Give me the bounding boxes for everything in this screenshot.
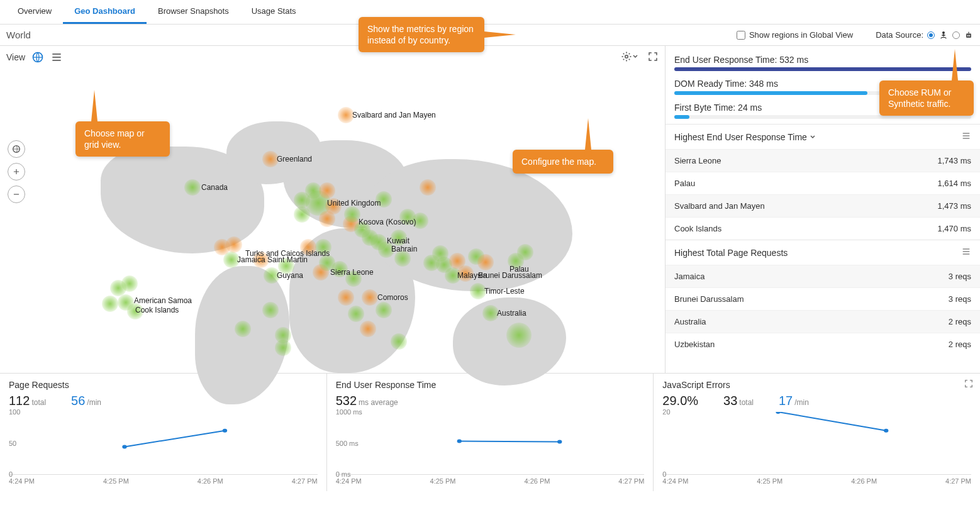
geo-marker[interactable] [360, 321, 376, 337]
tab-browser-snapshots[interactable]: Browser Snapshots [147, 0, 240, 24]
minus-icon [12, 190, 21, 199]
grid-view-button[interactable] [50, 51, 63, 64]
table-row[interactable]: Cook Islands1,470 ms [665, 217, 980, 240]
svg-point-9 [223, 429, 227, 433]
panel-js-errors: JavaScript Errors 29.0% 33total 17/min 2… [654, 374, 980, 491]
geo-label: Jamaica [237, 255, 265, 264]
fullscreen-map-button[interactable] [647, 51, 659, 62]
geo-marker[interactable] [477, 254, 494, 270]
x-axis: 4:24 PM 4:25 PM 4:26 PM 4:27 PM [9, 475, 318, 485]
xtick: 4:25 PM [757, 477, 782, 485]
table-row[interactable]: Jamaica3 reqs [665, 265, 980, 287]
geo-marker[interactable] [319, 182, 335, 199]
page-requests-total: 112 [9, 394, 30, 408]
svg-point-3 [969, 35, 970, 36]
geo-label: American Samoa [134, 296, 192, 305]
geo-label: Kosova (Kosovo) [359, 218, 416, 226]
row-value: 1,743 ms [938, 156, 971, 165]
table-row[interactable]: Palau1,614 ms [665, 172, 980, 194]
data-source-synthetic-radio[interactable] [952, 31, 960, 39]
page-requests-rate-unit: /min [87, 398, 101, 407]
callout-configure: Configure the map. [513, 150, 613, 174]
row-value: 1,470 ms [938, 224, 971, 233]
zoom-out-button[interactable] [8, 186, 25, 203]
geo-marker[interactable] [391, 333, 407, 350]
geo-label: Saint Martin [267, 255, 308, 264]
geo-marker[interactable] [184, 179, 201, 196]
tab-overview[interactable]: Overview [6, 0, 63, 24]
geo-label: Guyana [277, 271, 303, 280]
map-area: View Choose map or grid view. Configure … [0, 46, 665, 373]
map-view-button[interactable] [31, 51, 44, 64]
geo-marker[interactable] [432, 245, 448, 262]
geo-marker[interactable] [420, 179, 436, 196]
geo-marker[interactable] [376, 302, 392, 318]
section-highest-requests-header[interactable]: Highest Total Page Requests [665, 240, 980, 265]
data-source-rum-radio[interactable] [927, 31, 935, 39]
svg-point-12 [776, 412, 781, 414]
tab-usage-stats[interactable]: Usage Stats [240, 0, 308, 24]
ytick: 0 ms [336, 470, 351, 478]
fullscreen-icon [964, 379, 974, 389]
geo-marker[interactable] [319, 211, 335, 227]
row-name: Brunei Darussalam [674, 294, 744, 304]
geo-marker[interactable] [121, 275, 138, 292]
geo-marker[interactable] [506, 323, 532, 348]
geo-label: Timor-Leste [484, 287, 525, 296]
table-row[interactable]: Brunei Darussalam3 reqs [665, 287, 980, 310]
geo-marker[interactable] [102, 296, 118, 312]
xtick: 4:27 PM [292, 477, 318, 485]
ytick: 100 [9, 408, 20, 416]
sub-header: World Show the metrics by region instead… [0, 25, 980, 46]
geo-marker[interactable] [348, 306, 364, 322]
js-err-total-unit: total [739, 398, 754, 407]
geo-marker[interactable] [262, 302, 279, 318]
geo-label: United Kingdom [327, 199, 381, 208]
geo-label: Bahrain [391, 245, 417, 253]
zoom-in-button[interactable] [8, 163, 25, 180]
list-toggle-icon[interactable] [961, 131, 971, 143]
show-regions-checkbox[interactable]: Show regions in Global View [737, 30, 853, 40]
breadcrumb: World [6, 30, 31, 40]
list-toggle-icon[interactable] [961, 247, 971, 258]
globe-small-icon [11, 144, 21, 154]
bottom-row: Page Requests 112total 56/min 100 50 0 4… [0, 374, 980, 491]
section-highest-response-header[interactable]: Highest End User Response Time [665, 124, 980, 149]
geo-marker[interactable] [235, 321, 251, 337]
row-value: 1,614 ms [938, 179, 971, 188]
data-source-label: Data Source: [876, 30, 923, 40]
svg-point-10 [457, 440, 461, 443]
xtick: 4:24 PM [9, 477, 35, 485]
row-value: 2 reqs [949, 340, 971, 349]
table-row[interactable]: Australia2 reqs [665, 310, 980, 333]
robot-icon [964, 30, 974, 40]
configure-map-button[interactable] [621, 51, 638, 62]
chevron-down-icon [632, 53, 638, 60]
table-row[interactable]: Uzbekistan2 reqs [665, 333, 980, 355]
geo-marker[interactable] [275, 340, 291, 356]
ytick: 500 ms [336, 440, 359, 447]
geo-marker[interactable] [517, 244, 533, 260]
row-name: Jamaica [674, 272, 704, 281]
geo-marker[interactable] [338, 289, 354, 306]
show-regions-label: Show regions in Global View [749, 30, 853, 40]
svg-rect-1 [966, 33, 971, 38]
recenter-button[interactable] [8, 140, 25, 158]
geo-label: Palau [509, 265, 529, 274]
eu-rt-value: 532 [336, 394, 357, 408]
section1-title: Highest End User Response Time [674, 132, 807, 142]
list-icon [961, 131, 971, 141]
geo-marker[interactable] [294, 206, 310, 223]
row-name: Palau [674, 179, 695, 188]
geo-marker[interactable] [362, 289, 378, 306]
fullscreen-panel-button[interactable] [964, 379, 974, 391]
table-row[interactable]: Sierra Leone1,743 ms [665, 149, 980, 172]
table-row[interactable]: Svalbard and Jan Mayen1,473 ms [665, 194, 980, 217]
person-icon [938, 30, 949, 40]
ytick: 20 [662, 408, 670, 416]
xtick: 4:24 PM [336, 477, 362, 485]
geo-marker[interactable] [449, 253, 465, 269]
metric-eu-label: End User Response Time: 532 ms [674, 55, 971, 65]
tab-geo-dashboard[interactable]: Geo Dashboard [63, 0, 147, 24]
show-regions-input[interactable] [737, 31, 745, 40]
